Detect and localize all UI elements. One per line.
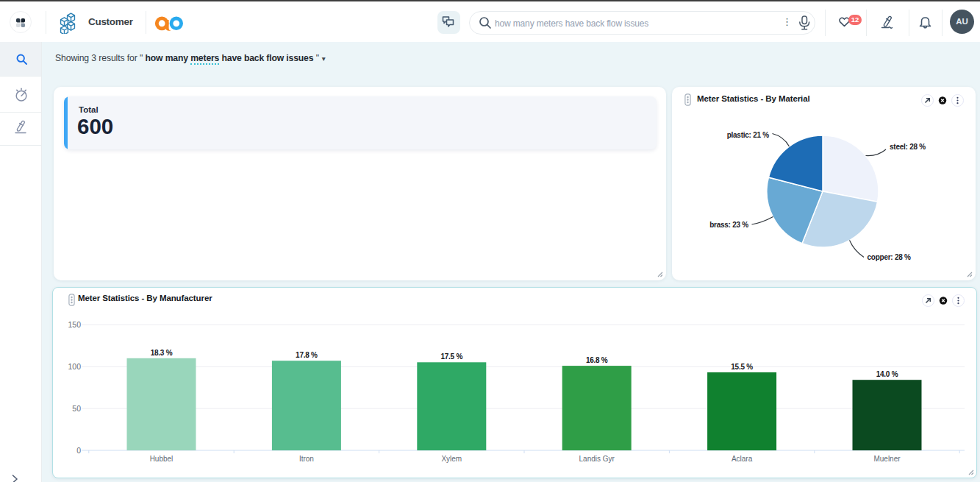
svg-text:18.3 %: 18.3 % [151,349,173,357]
svg-text:15.5 %: 15.5 % [731,363,753,371]
svg-text:Aclara: Aclara [732,455,753,463]
svg-text:Xylem: Xylem [441,455,462,463]
svg-text:brass: 23 %: brass: 23 % [709,221,748,229]
svg-text:17.8 %: 17.8 % [296,351,318,359]
svg-text:50: 50 [72,404,81,413]
svg-text:14.0 %: 14.0 % [876,370,898,378]
svg-text:16.8 %: 16.8 % [586,356,608,364]
svg-text:0: 0 [76,446,81,455]
svg-text:Itron: Itron [299,455,314,463]
svg-text:Landis Gyr: Landis Gyr [579,455,615,463]
svg-text:copper: 28 %: copper: 28 % [868,253,912,261]
svg-text:plastic: 21 %: plastic: 21 % [727,131,770,139]
svg-text:Hubbel: Hubbel [150,455,174,463]
svg-text:150: 150 [68,320,81,329]
svg-text:100: 100 [68,362,81,371]
svg-text:steel: 28 %: steel: 28 % [890,143,926,151]
svg-text:Muelner: Muelner [873,455,901,463]
svg-text:17.5 %: 17.5 % [440,352,462,361]
